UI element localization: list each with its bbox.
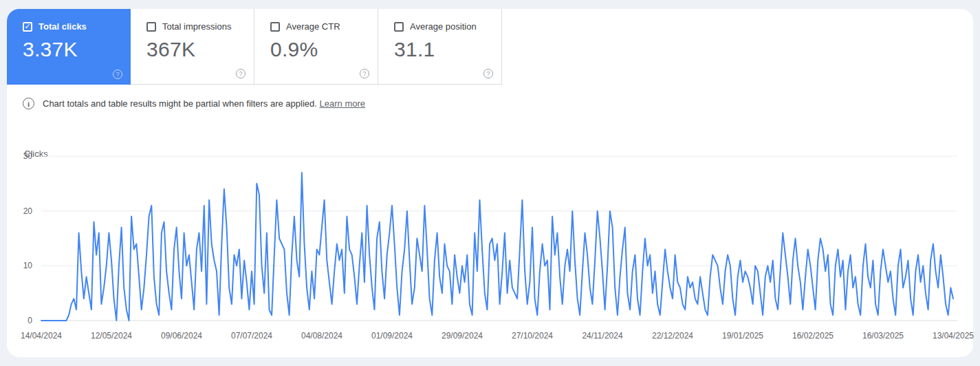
x-tick-label: 01/09/2024 (371, 331, 413, 341)
y-tick-label: 10 (23, 261, 33, 270)
clicks-line-chart: 010203014/04/202412/05/202409/06/202407/… (0, 134, 980, 347)
x-tick-label: 22/12/2024 (652, 331, 693, 341)
notice-text: Chart totals and table results might be … (43, 98, 365, 109)
clicks-series-line (41, 173, 953, 321)
metric-card-total-impressions[interactable]: Total impressions 367K ? (131, 9, 254, 85)
x-tick-label: 29/09/2024 (442, 331, 483, 341)
learn-more-link[interactable]: Learn more (320, 98, 365, 109)
partial-data-notice: i Chart totals and table results might b… (23, 98, 973, 109)
metric-card-value: 0.9% (270, 38, 369, 61)
help-icon[interactable]: ? (113, 69, 122, 79)
x-tick-label: 14/04/2024 (21, 331, 62, 341)
x-tick-label: 19/01/2025 (722, 331, 763, 341)
metric-card-header: Total impressions (146, 21, 246, 32)
metric-card-label: Total clicks (39, 21, 87, 32)
metric-card-header: Average position (394, 21, 493, 32)
y-tick-label: 30 (23, 151, 33, 161)
metric-card-header: ✓ Total clicks (23, 21, 122, 32)
y-tick-label: 0 (28, 316, 32, 325)
metric-card-value: 367K (146, 38, 246, 61)
x-tick-label: 27/10/2024 (512, 331, 553, 341)
help-icon[interactable]: ? (236, 69, 246, 78)
x-tick-label: 16/03/2025 (862, 331, 904, 341)
x-tick-label: 09/06/2024 (161, 331, 202, 341)
help-icon[interactable]: ? (483, 69, 493, 78)
checkbox-total-clicks[interactable]: ✓ (23, 22, 32, 32)
checkbox-average-position[interactable] (394, 22, 404, 32)
x-tick-label: 24/11/2024 (582, 331, 622, 341)
metric-card-total-clicks[interactable]: ✓ Total clicks 3.37K ? (7, 9, 131, 85)
help-icon[interactable]: ? (360, 69, 369, 78)
x-tick-label: 12/05/2024 (91, 331, 132, 341)
metric-cards-row: ✓ Total clicks 3.37K ? Total impressions… (7, 9, 973, 85)
checkbox-average-ctr[interactable] (270, 22, 280, 32)
y-tick-label: 20 (23, 206, 33, 216)
metric-card-average-position[interactable]: Average position 31.1 ? (378, 9, 502, 85)
metric-card-label: Total impressions (162, 21, 231, 32)
metric-card-average-ctr[interactable]: Average CTR 0.9% ? (254, 9, 378, 85)
checkbox-total-impressions[interactable] (146, 22, 156, 32)
info-icon: i (23, 98, 34, 109)
metric-card-label: Average position (410, 21, 477, 32)
x-tick-label: 16/02/2025 (792, 331, 834, 341)
metric-card-value: 3.37K (23, 38, 122, 61)
x-tick-label: 07/07/2024 (231, 331, 272, 341)
x-tick-label: 04/08/2024 (301, 331, 342, 341)
metric-card-value: 31.1 (394, 38, 493, 61)
metric-card-label: Average CTR (286, 21, 340, 32)
metric-card-header: Average CTR (270, 21, 369, 32)
x-tick-label: 13/04/2025 (933, 331, 974, 341)
